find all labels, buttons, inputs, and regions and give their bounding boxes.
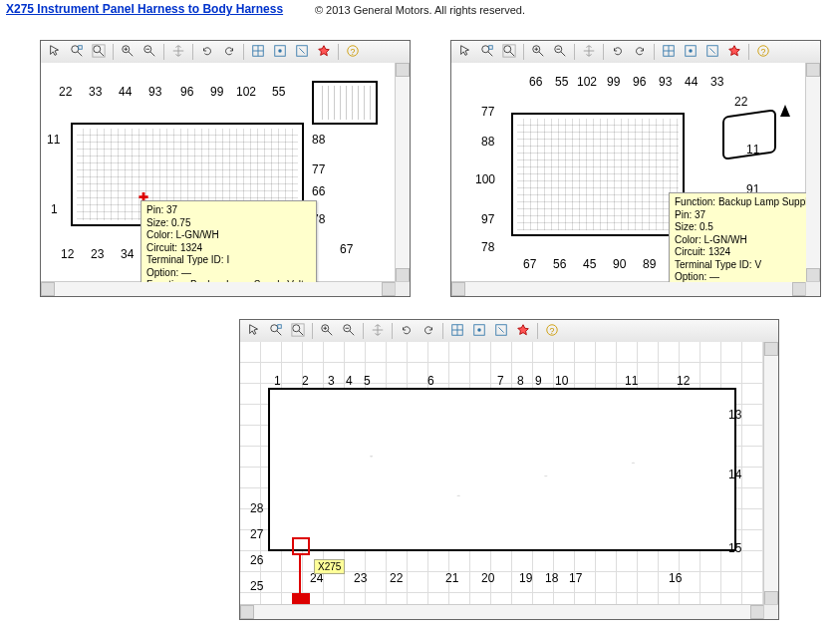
help-icon: ? bbox=[346, 44, 360, 60]
zoom-fit-button[interactable] bbox=[288, 321, 308, 341]
pointer-icon bbox=[458, 44, 472, 60]
callout: 66 bbox=[312, 184, 325, 198]
toggle-grid-button[interactable] bbox=[248, 42, 268, 62]
rotate-ccw-icon bbox=[611, 44, 625, 60]
svg-point-20 bbox=[689, 49, 693, 53]
callout: 11 bbox=[746, 143, 759, 157]
callout: 11 bbox=[47, 133, 60, 147]
toggle-callouts-button[interactable] bbox=[491, 321, 511, 341]
toggle-layers-button[interactable] bbox=[270, 42, 290, 62]
callout: 21 bbox=[445, 571, 458, 585]
zoom-out-button[interactable] bbox=[339, 321, 359, 341]
callout: 97 bbox=[481, 212, 494, 226]
zoom-in-button[interactable] bbox=[317, 321, 337, 341]
rotate-cw-button[interactable] bbox=[419, 321, 438, 341]
callout: 9 bbox=[535, 374, 542, 388]
callout: 10 bbox=[555, 374, 568, 388]
callout: 67 bbox=[340, 242, 353, 256]
rotate-cw-button[interactable] bbox=[630, 42, 650, 62]
help-icon: ? bbox=[545, 323, 559, 339]
svg-text:?: ? bbox=[550, 326, 555, 336]
toggle-callouts-button[interactable] bbox=[702, 42, 722, 62]
toolbar-separator bbox=[192, 44, 193, 60]
zoom-in-button[interactable] bbox=[118, 42, 138, 62]
callout: 16 bbox=[669, 571, 682, 585]
callout: 6 bbox=[427, 374, 434, 388]
svg-point-26 bbox=[293, 325, 300, 332]
pointer-button[interactable] bbox=[45, 42, 65, 62]
pan-button[interactable] bbox=[579, 42, 599, 62]
callout: 25 bbox=[250, 579, 263, 593]
callout: 1 bbox=[51, 202, 58, 216]
tooltip-row: Option: — bbox=[146, 267, 311, 280]
callout: 14 bbox=[728, 468, 741, 481]
rotate-ccw-button[interactable] bbox=[397, 321, 417, 341]
highlight-button[interactable] bbox=[314, 42, 334, 62]
pointer-button[interactable] bbox=[455, 42, 475, 62]
svg-rect-13 bbox=[489, 46, 493, 50]
toggle-layers-button[interactable] bbox=[681, 42, 700, 62]
callout: 93 bbox=[659, 75, 672, 89]
horizontal-scrollbar[interactable] bbox=[41, 281, 396, 296]
callout: 2 bbox=[302, 374, 309, 388]
zoom-out-button[interactable] bbox=[550, 42, 570, 62]
callout: 13 bbox=[728, 408, 741, 422]
callout: 99 bbox=[607, 75, 620, 89]
help-button[interactable]: ? bbox=[753, 42, 773, 62]
rotate-ccw-button[interactable] bbox=[608, 42, 628, 62]
diagram-viewport[interactable]: 1 2 3 4 5 6 7 8 9 10 11 12 13 14 15 16 1… bbox=[240, 342, 764, 605]
svg-point-0 bbox=[72, 46, 79, 53]
zoom-area-button[interactable] bbox=[266, 321, 286, 341]
callout: 66 bbox=[529, 75, 542, 89]
highlight-button[interactable] bbox=[513, 321, 533, 341]
toolbar-separator bbox=[243, 44, 244, 60]
vertical-scrollbar[interactable] bbox=[805, 63, 820, 282]
toolbar-separator bbox=[338, 44, 339, 60]
toolbar-separator bbox=[363, 323, 364, 339]
zoom-area-icon bbox=[269, 323, 283, 339]
toggle-grid-button[interactable] bbox=[659, 42, 679, 62]
zoom-area-button[interactable] bbox=[67, 42, 87, 62]
callout: 1 bbox=[274, 374, 281, 388]
help-button[interactable]: ? bbox=[343, 42, 363, 62]
callout: 23 bbox=[354, 571, 367, 585]
zoom-out-button[interactable] bbox=[140, 42, 159, 62]
tooltip-row: Size: 0.5 bbox=[675, 221, 806, 234]
zoom-in-button[interactable] bbox=[528, 42, 548, 62]
diagram-viewport[interactable]: ✚ 22 33 44 93 96 99 102 55 11 1 12 23 34… bbox=[41, 63, 396, 282]
zoom-area-icon bbox=[70, 44, 84, 60]
toggle-grid-icon bbox=[251, 44, 265, 60]
vertical-scrollbar[interactable] bbox=[395, 63, 410, 282]
highlight-button[interactable] bbox=[724, 42, 744, 62]
callout: 18 bbox=[545, 571, 558, 585]
zoom-fit-button[interactable] bbox=[499, 42, 519, 62]
diagram-viewport[interactable]: 66 55 102 99 96 93 44 33 77 88 100 97 78… bbox=[451, 63, 806, 282]
highlight-marker bbox=[292, 537, 310, 555]
callout: 33 bbox=[710, 75, 723, 89]
pan-button[interactable] bbox=[368, 321, 388, 341]
pan-button[interactable] bbox=[168, 42, 188, 62]
vertical-scrollbar[interactable] bbox=[763, 342, 778, 605]
connector-label: X275 bbox=[314, 559, 345, 574]
callout: 90 bbox=[613, 257, 626, 271]
zoom-fit-icon bbox=[291, 323, 305, 339]
toggle-layers-button[interactable] bbox=[469, 321, 489, 341]
toggle-grid-button[interactable] bbox=[447, 321, 467, 341]
pointer-button[interactable] bbox=[244, 321, 264, 341]
horizontal-scrollbar[interactable] bbox=[451, 281, 806, 296]
pin-info-tooltip: Pin: 37Size: 0.75Color: L-GN/WHCircuit: … bbox=[140, 200, 317, 282]
help-icon: ? bbox=[756, 44, 770, 60]
rotate-ccw-button[interactable] bbox=[197, 42, 217, 62]
rotate-cw-button[interactable] bbox=[219, 42, 239, 62]
zoom-out-icon bbox=[553, 44, 567, 60]
toggle-layers-icon bbox=[472, 323, 486, 339]
horizontal-scrollbar[interactable] bbox=[240, 604, 764, 619]
arrow-up-icon bbox=[780, 105, 790, 117]
svg-text:?: ? bbox=[761, 47, 766, 57]
zoom-area-button[interactable] bbox=[477, 42, 497, 62]
zoom-fit-button[interactable] bbox=[89, 42, 109, 62]
help-button[interactable]: ? bbox=[542, 321, 562, 341]
toggle-callouts-button[interactable] bbox=[292, 42, 312, 62]
zoom-out-icon bbox=[142, 44, 156, 60]
toolbar-separator bbox=[442, 323, 443, 339]
